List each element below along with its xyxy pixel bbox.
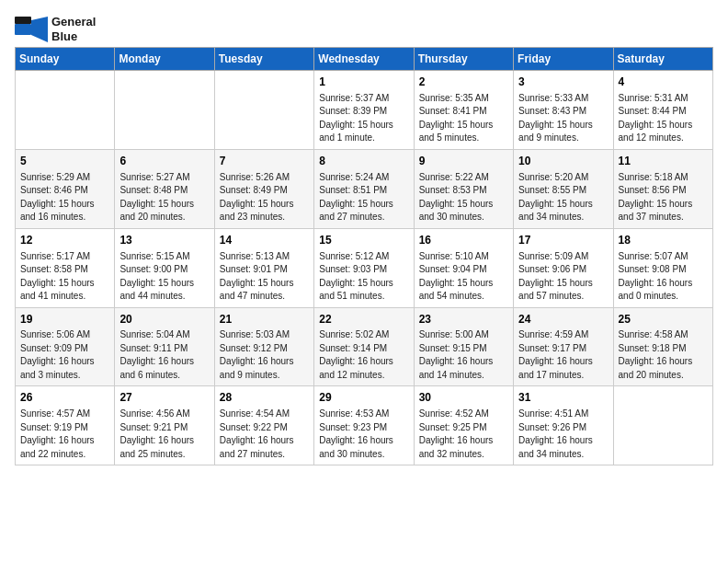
- logo: General Blue: [15, 15, 96, 43]
- day-info: Sunrise: 5:20 AM Sunset: 8:55 PM Dayligh…: [518, 171, 608, 224]
- day-cell-7: 7Sunrise: 5:26 AM Sunset: 8:49 PM Daylig…: [214, 149, 313, 228]
- day-cell-14: 14Sunrise: 5:13 AM Sunset: 9:01 PM Dayli…: [214, 228, 313, 307]
- day-info: Sunrise: 4:54 AM Sunset: 9:22 PM Dayligh…: [220, 408, 309, 461]
- weekday-wednesday: Wednesday: [314, 48, 414, 71]
- day-cell-15: 15Sunrise: 5:12 AM Sunset: 9:03 PM Dayli…: [314, 228, 414, 307]
- day-cell-6: 6Sunrise: 5:27 AM Sunset: 8:48 PM Daylig…: [115, 149, 214, 228]
- day-number: 2: [419, 75, 508, 90]
- day-number: 8: [319, 154, 408, 169]
- day-cell-27: 27Sunrise: 4:56 AM Sunset: 9:21 PM Dayli…: [115, 386, 214, 465]
- day-info: Sunrise: 4:53 AM Sunset: 9:23 PM Dayligh…: [319, 408, 408, 461]
- day-info: Sunrise: 5:17 AM Sunset: 8:58 PM Dayligh…: [20, 250, 109, 304]
- day-info: Sunrise: 5:06 AM Sunset: 9:09 PM Dayligh…: [20, 328, 109, 382]
- day-number: 17: [518, 233, 608, 248]
- day-number: 26: [20, 390, 109, 406]
- empty-cell: [115, 71, 214, 150]
- day-number: 21: [220, 312, 309, 327]
- day-number: 16: [419, 233, 508, 248]
- day-cell-9: 9Sunrise: 5:22 AM Sunset: 8:53 PM Daylig…: [414, 149, 513, 228]
- day-info: Sunrise: 5:18 AM Sunset: 8:56 PM Dayligh…: [619, 171, 708, 224]
- day-cell-31: 31Sunrise: 4:51 AM Sunset: 9:26 PM Dayli…: [514, 386, 613, 465]
- day-cell-28: 28Sunrise: 4:54 AM Sunset: 9:22 PM Dayli…: [214, 386, 313, 465]
- day-info: Sunrise: 5:15 AM Sunset: 9:00 PM Dayligh…: [119, 250, 209, 304]
- day-number: 12: [20, 233, 109, 248]
- day-cell-8: 8Sunrise: 5:24 AM Sunset: 8:51 PM Daylig…: [314, 149, 414, 228]
- day-number: 31: [518, 390, 608, 406]
- day-cell-12: 12Sunrise: 5:17 AM Sunset: 8:58 PM Dayli…: [16, 228, 115, 307]
- day-number: 4: [619, 75, 708, 90]
- weekday-saturday: Saturday: [613, 48, 712, 71]
- day-cell-23: 23Sunrise: 5:00 AM Sunset: 9:15 PM Dayli…: [414, 307, 513, 386]
- day-cell-13: 13Sunrise: 5:15 AM Sunset: 9:00 PM Dayli…: [115, 228, 214, 307]
- day-cell-20: 20Sunrise: 5:04 AM Sunset: 9:11 PM Dayli…: [115, 307, 214, 386]
- day-number: 19: [20, 312, 109, 327]
- day-cell-17: 17Sunrise: 5:09 AM Sunset: 9:06 PM Dayli…: [514, 228, 613, 307]
- day-info: Sunrise: 5:22 AM Sunset: 8:53 PM Dayligh…: [419, 171, 508, 224]
- day-number: 5: [20, 154, 109, 169]
- day-info: Sunrise: 4:59 AM Sunset: 9:17 PM Dayligh…: [518, 328, 608, 382]
- week-row-3: 12Sunrise: 5:17 AM Sunset: 8:58 PM Dayli…: [16, 228, 713, 307]
- day-cell-10: 10Sunrise: 5:20 AM Sunset: 8:55 PM Dayli…: [514, 149, 613, 228]
- day-number: 13: [119, 233, 209, 248]
- page-header: General Blue: [15, 15, 713, 43]
- day-cell-29: 29Sunrise: 4:53 AM Sunset: 9:23 PM Dayli…: [314, 386, 414, 465]
- day-info: Sunrise: 4:57 AM Sunset: 9:19 PM Dayligh…: [20, 408, 109, 461]
- day-info: Sunrise: 5:35 AM Sunset: 8:41 PM Dayligh…: [419, 92, 508, 145]
- day-info: Sunrise: 5:10 AM Sunset: 9:04 PM Dayligh…: [419, 250, 508, 304]
- day-number: 24: [518, 312, 608, 327]
- day-cell-3: 3Sunrise: 5:33 AM Sunset: 8:43 PM Daylig…: [514, 71, 613, 150]
- empty-cell: [613, 386, 712, 465]
- day-info: Sunrise: 5:09 AM Sunset: 9:06 PM Dayligh…: [518, 250, 608, 304]
- svg-rect-0: [15, 24, 31, 35]
- day-number: 9: [419, 154, 508, 169]
- week-row-4: 19Sunrise: 5:06 AM Sunset: 9:09 PM Dayli…: [16, 307, 713, 386]
- weekday-friday: Friday: [514, 48, 613, 71]
- day-cell-26: 26Sunrise: 4:57 AM Sunset: 9:19 PM Dayli…: [16, 386, 115, 465]
- day-number: 1: [319, 75, 408, 90]
- day-info: Sunrise: 5:29 AM Sunset: 8:46 PM Dayligh…: [20, 171, 109, 224]
- day-cell-5: 5Sunrise: 5:29 AM Sunset: 8:46 PM Daylig…: [16, 149, 115, 228]
- day-number: 27: [119, 390, 209, 406]
- logo-icon: [15, 17, 48, 42]
- day-info: Sunrise: 5:07 AM Sunset: 9:08 PM Dayligh…: [619, 250, 708, 304]
- weekday-monday: Monday: [115, 48, 214, 71]
- week-row-1: 1Sunrise: 5:37 AM Sunset: 8:39 PM Daylig…: [16, 71, 713, 150]
- day-info: Sunrise: 5:33 AM Sunset: 8:43 PM Dayligh…: [518, 92, 608, 145]
- calendar-body: 1Sunrise: 5:37 AM Sunset: 8:39 PM Daylig…: [16, 71, 713, 465]
- day-info: Sunrise: 5:13 AM Sunset: 9:01 PM Dayligh…: [220, 250, 309, 304]
- day-number: 20: [119, 312, 209, 327]
- weekday-sunday: Sunday: [16, 48, 115, 71]
- day-cell-4: 4Sunrise: 5:31 AM Sunset: 8:44 PM Daylig…: [613, 71, 712, 150]
- day-info: Sunrise: 4:58 AM Sunset: 9:18 PM Dayligh…: [619, 328, 708, 382]
- day-info: Sunrise: 5:00 AM Sunset: 9:15 PM Dayligh…: [419, 328, 508, 382]
- svg-marker-2: [31, 17, 48, 42]
- day-number: 11: [619, 154, 708, 169]
- svg-rect-1: [15, 17, 31, 24]
- logo-text: General Blue: [51, 15, 96, 43]
- day-cell-18: 18Sunrise: 5:07 AM Sunset: 9:08 PM Dayli…: [613, 228, 712, 307]
- day-info: Sunrise: 5:24 AM Sunset: 8:51 PM Dayligh…: [319, 171, 408, 224]
- day-info: Sunrise: 4:52 AM Sunset: 9:25 PM Dayligh…: [419, 408, 508, 461]
- day-info: Sunrise: 5:31 AM Sunset: 8:44 PM Dayligh…: [619, 92, 708, 145]
- day-info: Sunrise: 5:03 AM Sunset: 9:12 PM Dayligh…: [220, 328, 309, 382]
- day-info: Sunrise: 5:12 AM Sunset: 9:03 PM Dayligh…: [319, 250, 408, 304]
- day-number: 15: [319, 233, 408, 248]
- day-cell-22: 22Sunrise: 5:02 AM Sunset: 9:14 PM Dayli…: [314, 307, 414, 386]
- week-row-2: 5Sunrise: 5:29 AM Sunset: 8:46 PM Daylig…: [16, 149, 713, 228]
- day-number: 23: [419, 312, 508, 327]
- day-info: Sunrise: 5:37 AM Sunset: 8:39 PM Dayligh…: [319, 92, 408, 145]
- day-cell-11: 11Sunrise: 5:18 AM Sunset: 8:56 PM Dayli…: [613, 149, 712, 228]
- day-info: Sunrise: 4:56 AM Sunset: 9:21 PM Dayligh…: [119, 408, 209, 461]
- day-number: 3: [518, 75, 608, 90]
- day-cell-19: 19Sunrise: 5:06 AM Sunset: 9:09 PM Dayli…: [16, 307, 115, 386]
- day-number: 10: [518, 154, 608, 169]
- day-number: 28: [220, 390, 309, 406]
- day-number: 29: [319, 390, 408, 406]
- weekday-thursday: Thursday: [414, 48, 513, 71]
- calendar-table: SundayMondayTuesdayWednesdayThursdayFrid…: [15, 47, 713, 465]
- weekday-tuesday: Tuesday: [214, 48, 313, 71]
- day-cell-2: 2Sunrise: 5:35 AM Sunset: 8:41 PM Daylig…: [414, 71, 513, 150]
- empty-cell: [16, 71, 115, 150]
- day-info: Sunrise: 5:27 AM Sunset: 8:48 PM Dayligh…: [119, 171, 209, 224]
- day-info: Sunrise: 5:02 AM Sunset: 9:14 PM Dayligh…: [319, 328, 408, 382]
